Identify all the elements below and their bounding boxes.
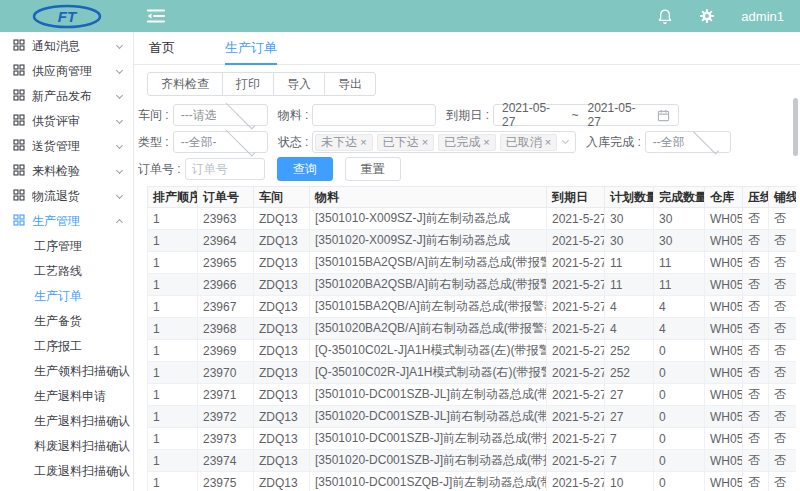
- close-icon[interactable]: ×: [483, 137, 489, 148]
- user-menu[interactable]: admin1: [741, 9, 784, 24]
- stock-in-select[interactable]: --全部--: [645, 131, 731, 153]
- toolbar-button[interactable]: 打印: [222, 72, 274, 96]
- sidebar-item[interactable]: 供应商管理: [0, 59, 133, 84]
- table-cell: 4: [654, 318, 705, 340]
- search-button[interactable]: 查询: [277, 157, 333, 181]
- scrollbar-thumb[interactable]: [793, 98, 798, 156]
- sidebar-item-label: 物流退货: [32, 188, 117, 205]
- table-cell: WH05: [705, 230, 743, 252]
- due-date-end[interactable]: 2021-05-27: [588, 101, 648, 129]
- due-date-start[interactable]: 2021-05-27: [502, 101, 562, 129]
- sidebar-subitem[interactable]: 生产备货: [0, 309, 133, 334]
- table-cell: [3501010-DC001SZB-J]前左制动器总成(带报警器): [310, 428, 547, 450]
- sidebar-item[interactable]: 生产管理: [0, 209, 133, 234]
- table-cell: [Q-35010C02R-J]A1H模式制动器(右)(带报警器): [310, 362, 547, 384]
- column-header: 完成数量: [654, 187, 705, 208]
- table-row[interactable]: 123967ZDQ13[3501015BA2QB/A]前左制动器总成(带报警器)…: [148, 296, 797, 318]
- sidebar-item[interactable]: 送货管理: [0, 134, 133, 159]
- type-select[interactable]: --全部--: [173, 131, 268, 153]
- toolbar-button[interactable]: 导入: [273, 72, 325, 96]
- close-icon[interactable]: ×: [545, 137, 551, 148]
- table-cell: 30: [654, 208, 705, 230]
- sidebar-subitem-label: 工序管理: [34, 239, 82, 253]
- sidebar-item[interactable]: 物流退货: [0, 184, 133, 209]
- table-cell: 2021-5-27: [547, 384, 605, 406]
- material-label: 物料 :: [278, 107, 309, 124]
- top-bar: FT admin1: [0, 0, 800, 32]
- status-tag: 已完成×: [438, 134, 495, 151]
- sidebar-subitem-label: 生产退料扫描确认: [34, 414, 130, 428]
- sidebar-item[interactable]: 来料检验: [0, 159, 133, 184]
- table-cell: 7: [605, 428, 654, 450]
- table-cell: [Q-35010C02L-J]A1H模式制动器(左)(带报警器): [310, 340, 547, 362]
- table-cell: 2021-5-27: [547, 450, 605, 472]
- sidebar-subitem[interactable]: 工序管理: [0, 234, 133, 259]
- grid-icon: [13, 39, 25, 54]
- toolbar-button[interactable]: 齐料检查: [147, 72, 223, 96]
- table-cell: 11: [654, 274, 705, 296]
- table-row[interactable]: 123972ZDQ13[3501020-DC001SZB-JL]前右制动器总成(…: [148, 406, 797, 428]
- status-multiselect[interactable]: 未下达×已下达×已完成×已取消×: [312, 131, 576, 153]
- status-tag: 已下达×: [377, 134, 434, 151]
- chevron-down-icon: [116, 192, 123, 199]
- table-row[interactable]: 123971ZDQ13[3501010-DC001SZB-JL]前左制动器总成(…: [148, 384, 797, 406]
- sidebar-item[interactable]: 供货评审: [0, 109, 133, 134]
- sidebar-subitem[interactable]: 生产领料扫描确认: [0, 359, 133, 384]
- sidebar-item-label: 送货管理: [32, 138, 117, 155]
- column-header: 车间: [254, 187, 310, 208]
- table-cell: 否: [769, 252, 797, 274]
- order-no-input[interactable]: [185, 158, 265, 180]
- due-date-label: 到期日 :: [446, 107, 489, 124]
- reset-button[interactable]: 重置: [345, 157, 401, 181]
- table-row[interactable]: 123974ZDQ13[3501020-DC001SZB-J]前右制动器总成(带…: [148, 450, 797, 472]
- grid-icon: [13, 139, 25, 154]
- table-cell: 1: [148, 318, 198, 340]
- sidebar-subitem[interactable]: 工废退料扫描确认: [0, 459, 133, 484]
- bell-icon[interactable]: [657, 8, 673, 25]
- material-input[interactable]: [312, 104, 436, 126]
- close-icon[interactable]: ×: [422, 137, 428, 148]
- table-cell: 否: [769, 296, 797, 318]
- sidebar-subitem[interactable]: 工艺路线: [0, 259, 133, 284]
- table-row[interactable]: 123973ZDQ13[3501010-DC001SZB-J]前左制动器总成(带…: [148, 428, 797, 450]
- gear-icon[interactable]: [699, 8, 715, 24]
- table-cell: 11: [605, 274, 654, 296]
- sidebar-subitem[interactable]: 生产订单: [0, 284, 133, 309]
- status-tag: 已取消×: [500, 134, 557, 151]
- workshop-select[interactable]: ---请选择---: [173, 104, 268, 126]
- table-row[interactable]: 123964ZDQ13[3501020-X009SZ-J]前右制动器总成2021…: [148, 230, 797, 252]
- table-row[interactable]: 123965ZDQ13[3501015BA2QSB/A]前左制动器总成(带报警器…: [148, 252, 797, 274]
- grid-icon: [13, 89, 25, 104]
- chevron-down-icon: [116, 67, 123, 74]
- table-cell: 2021-5-27: [547, 296, 605, 318]
- table-row[interactable]: 123966ZDQ13[3501020BA2QSB/A]前右制动器总成(带报警器…: [148, 274, 797, 296]
- sidebar-item[interactable]: 通知消息: [0, 34, 133, 59]
- table-row[interactable]: 123968ZDQ13[3501020BA2QB/A]前右制动器总成(带报警器)…: [148, 318, 797, 340]
- table-cell: WH05: [705, 318, 743, 340]
- sidebar-subitem[interactable]: 料废退料扫描确认: [0, 434, 133, 459]
- table-cell: 1: [148, 472, 198, 491]
- table-cell: 否: [743, 296, 769, 318]
- sidebar-subitem[interactable]: 工序报工: [0, 334, 133, 359]
- tab-item[interactable]: 生产订单: [225, 32, 277, 65]
- sidebar-subitem-label: 工艺路线: [34, 264, 82, 278]
- chevron-down-icon: [116, 92, 123, 99]
- menu-fold-icon[interactable]: [147, 9, 165, 23]
- table-cell: 23968: [198, 318, 254, 340]
- sidebar-subitem[interactable]: 生产退料扫描确认: [0, 409, 133, 434]
- table-row[interactable]: 123970ZDQ13[Q-35010C02R-J]A1H模式制动器(右)(带报…: [148, 362, 797, 384]
- status-tag: 未下达×: [315, 134, 372, 151]
- tab-item[interactable]: 首页: [149, 32, 175, 65]
- table-header-row: 排产顺序订单号车间物料到期日计划数量完成数量仓库压线铺线: [148, 187, 797, 208]
- due-date-range-picker[interactable]: 2021-05-27 ~ 2021-05-27: [493, 104, 679, 126]
- table-row[interactable]: 123975ZDQ13[3501010-DC001SZQB-J]前左制动器总成(…: [148, 472, 797, 491]
- close-icon[interactable]: ×: [360, 137, 366, 148]
- chevron-down-icon: [562, 137, 569, 144]
- sidebar-subitem[interactable]: 生产退料申请: [0, 384, 133, 409]
- status-label: 状态 :: [278, 134, 309, 151]
- toolbar-button[interactable]: 导出: [324, 72, 376, 96]
- table-row[interactable]: 123969ZDQ13[Q-35010C02L-J]A1H模式制动器(左)(带报…: [148, 340, 797, 362]
- table-row[interactable]: 123963ZDQ13[3501010-X009SZ-J]前左制动器总成2021…: [148, 208, 797, 230]
- table-cell: 1: [148, 340, 198, 362]
- sidebar-item[interactable]: 新产品发布: [0, 84, 133, 109]
